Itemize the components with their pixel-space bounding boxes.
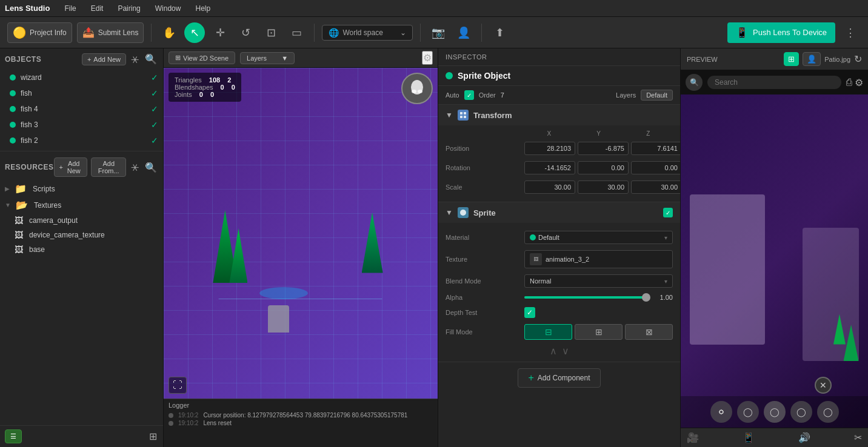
alpha-slider-track[interactable] (524, 296, 646, 299)
object-check-fish3[interactable]: ✓ (151, 120, 158, 130)
object-check-fish[interactable]: ✓ (151, 88, 158, 98)
snap-tool-1[interactable]: ⎙ (846, 77, 852, 88)
scale-x-input[interactable] (524, 180, 575, 194)
add-component-button[interactable]: + Add Component (518, 368, 600, 388)
add-from-resource-button[interactable]: Add From... (91, 157, 126, 177)
menu-file[interactable]: File (62, 3, 78, 14)
scale-y-input[interactable] (578, 180, 629, 194)
resources-filter-button[interactable]: ⚹ (130, 161, 140, 174)
pointer-icon-button[interactable]: ⬆ (489, 22, 510, 43)
camera-output-item[interactable]: 🖼 camera_output (0, 213, 163, 228)
menu-help[interactable]: Help (193, 3, 213, 14)
add-new-resource-button[interactable]: + Add New (54, 157, 88, 177)
log-time-1: 19:10:2 (178, 420, 198, 426)
device-camera-texture-item[interactable]: 🖼 device_camera_texture (0, 228, 163, 242)
scripts-folder[interactable]: ▶ 📁 Scripts (0, 180, 163, 197)
search-input[interactable] (707, 76, 841, 89)
preview-ctrl-5[interactable]: ◯ (817, 401, 839, 423)
move-tool-button[interactable]: ✛ (210, 22, 230, 43)
object-check-wizard[interactable]: ✓ (151, 73, 158, 82)
grid-view-button[interactable]: ⊞ (148, 429, 158, 443)
position-x-input[interactable] (524, 142, 575, 155)
position-y-input[interactable] (578, 142, 629, 155)
sprite-collapse[interactable]: ▼ (446, 208, 453, 217)
list-view-button[interactable]: ☰ (5, 429, 22, 443)
material-dropdown[interactable]: Default ▾ (524, 231, 673, 244)
rect-button[interactable]: ▭ (286, 22, 307, 43)
object-item-fish2[interactable]: fish 2 ✓ (0, 133, 163, 148)
camera-icon-button[interactable]: 📷 (428, 22, 449, 43)
blend-mode-dropdown[interactable]: Normal ▾ (524, 274, 673, 288)
texture-field[interactable]: 🖼 animation_3_2 (524, 250, 673, 268)
rotation-x-input[interactable] (524, 161, 575, 174)
textures-folder[interactable]: ▼ 📂 Textures (0, 197, 163, 213)
section-collapse-up[interactable]: ∧ (550, 345, 557, 357)
preview-close-button[interactable]: ✕ (815, 377, 832, 394)
preview-footer-btn-2[interactable]: 📱 (743, 432, 755, 443)
menu-window[interactable]: Window (153, 3, 184, 14)
viewport[interactable]: Triangles 108 2 Blendshapes 0 0 Joints 0… (164, 68, 438, 399)
depth-test-checkbox[interactable]: ✓ (524, 307, 535, 318)
fill-mode-fit[interactable]: ⊠ (625, 324, 673, 340)
svg-rect-4 (464, 112, 466, 114)
preview-footer-btn-3[interactable]: 🔊 (798, 432, 810, 443)
toolbar-extra-button[interactable]: ⋮ (840, 22, 861, 43)
sprite-title: Sprite (473, 208, 658, 217)
world-space-dropdown[interactable]: 🌐 World space ⌄ (322, 25, 413, 41)
resources-search-button[interactable]: 🔍 (144, 161, 158, 174)
person-icon-button[interactable]: 👤 (453, 22, 474, 43)
object-check-fish2[interactable]: ✓ (151, 136, 158, 145)
preview-viewport[interactable]: ✕ ⭘ ◯ ◯ ◯ ◯ (681, 94, 868, 428)
add-new-object-button[interactable]: + Add New (82, 53, 126, 65)
position-z-input[interactable] (631, 142, 680, 155)
preview-ctrl-3[interactable]: ◯ (764, 401, 786, 423)
object-item-fish3[interactable]: fish 3 ✓ (0, 117, 163, 133)
object-check-fish4[interactable]: ✓ (151, 104, 158, 114)
viewport-settings-button[interactable]: ⚙ (422, 51, 433, 65)
object-dot-wizard (10, 74, 16, 81)
preview-footer-btn-4[interactable]: ✂ (854, 432, 862, 443)
push-lens-button[interactable]: 📱 Push Lens To Device (727, 22, 835, 43)
project-info-button[interactable]: 🟡 Project Info (7, 22, 72, 43)
layers-label: Layers (247, 55, 267, 62)
viewport-expand-button[interactable]: ⛶ (169, 377, 187, 394)
cursor-tool-button[interactable]: ↖ (184, 22, 205, 43)
fill-mode-tile[interactable]: ⊞ (575, 324, 623, 340)
preview-grid-btn[interactable]: ⊞ (784, 52, 799, 66)
scale-z-input[interactable] (631, 180, 680, 194)
base-texture-item[interactable]: 🖼 base (0, 242, 163, 257)
object-item-wizard[interactable]: wizard ✓ (0, 70, 163, 85)
section-collapse-down[interactable]: ∨ (562, 345, 569, 357)
preview-footer-btn-1[interactable]: 🎥 (687, 432, 699, 443)
undo-button[interactable]: ↺ (235, 22, 256, 43)
snap-tool-2[interactable]: ⚙ (855, 77, 863, 88)
preview-ctrl-4[interactable]: ◯ (790, 401, 812, 423)
objects-filter-button[interactable]: ⚹ (130, 53, 140, 66)
object-item-fish[interactable]: fish ✓ (0, 85, 163, 101)
object-dot-fish3 (10, 122, 16, 128)
base-texture-icon: 🖼 (15, 245, 23, 254)
fill-mode-stretch[interactable]: ⊟ (524, 324, 572, 340)
alpha-slider-thumb[interactable] (642, 293, 650, 302)
menu-edit[interactable]: Edit (88, 3, 106, 14)
alpha-value: 1.00 (651, 294, 673, 301)
rotation-z-input[interactable] (631, 161, 680, 174)
alpha-row: Alpha 1.00 (446, 291, 673, 304)
objects-search-button[interactable]: 🔍 (144, 52, 158, 66)
snap-button[interactable]: ⊡ (261, 22, 281, 43)
order-label: Order (479, 91, 496, 99)
hand-tool-button[interactable]: ✋ (159, 22, 179, 43)
rotation-y-input[interactable] (578, 161, 629, 174)
object-item-fish4[interactable]: fish 4 ✓ (0, 101, 163, 117)
transform-collapse[interactable]: ▼ (446, 111, 453, 119)
menu-pairing[interactable]: Pairing (115, 3, 142, 14)
layers-dropdown[interactable]: Layers ▼ (240, 52, 295, 64)
sprite-enable-checkbox[interactable]: ✓ (663, 208, 673, 217)
preview-ctrl-2[interactable]: ◯ (737, 401, 759, 423)
preview-ctrl-1[interactable]: ⭘ (710, 401, 732, 423)
view-2d-button[interactable]: ⊞ View 2D Scene (169, 51, 235, 64)
submit-lens-button[interactable]: 📤 Submit Lens (77, 22, 144, 43)
preview-refresh-button[interactable]: ↻ (854, 53, 862, 65)
auto-checkbox[interactable]: ✓ (464, 90, 474, 100)
preview-person-btn[interactable]: 👤 (803, 52, 821, 66)
